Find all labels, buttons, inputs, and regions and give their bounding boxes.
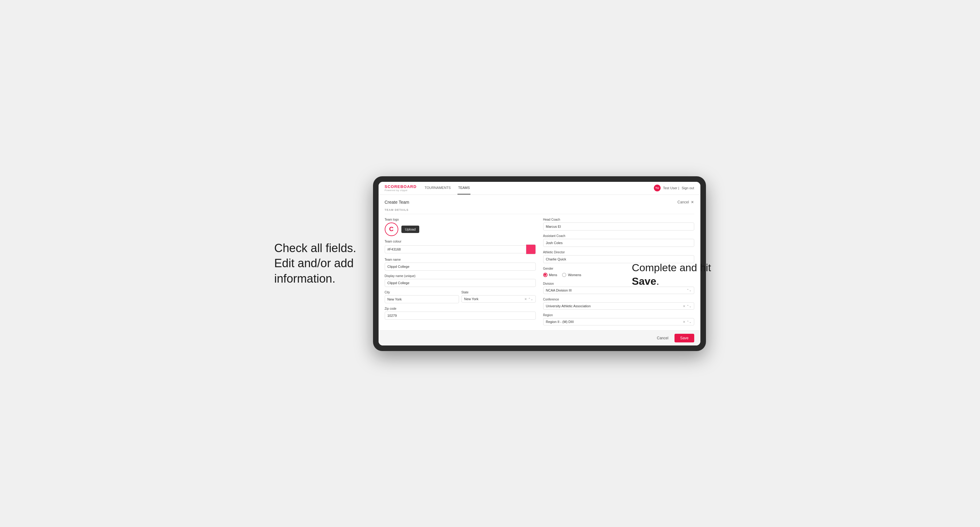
gender-mens-option[interactable]: Mens <box>543 273 557 277</box>
user-name: Test User | <box>663 186 679 190</box>
state-field: State New York ✕ ⌃⌄ <box>461 290 536 303</box>
color-input[interactable] <box>385 245 526 253</box>
gender-womens-option[interactable]: Womens <box>562 273 581 277</box>
gender-womens-label: Womens <box>568 273 581 277</box>
nav-links: TOURNAMENTS TEAMS <box>424 182 654 195</box>
nav-user: TU Test User | Sign out <box>654 185 694 191</box>
team-name-input[interactable] <box>385 263 536 271</box>
display-name-input[interactable] <box>385 279 536 287</box>
upload-button[interactable]: Upload <box>401 225 420 233</box>
state-label: State <box>461 290 536 294</box>
cancel-button[interactable]: Cancel <box>654 334 671 342</box>
conference-label: Conference <box>543 298 694 301</box>
team-colour-field: Team colour <box>385 240 536 254</box>
display-name-label: Display name (unique) <box>385 274 536 278</box>
conference-field: Conference University Athletic Associati… <box>543 298 694 310</box>
nav-link-tournaments[interactable]: TOURNAMENTS <box>424 182 451 195</box>
form-left-col: Team logo C Upload Team colour <box>385 218 536 325</box>
cancel-x-button[interactable]: Cancel ✕ <box>677 200 694 204</box>
team-name-label: Team name <box>385 258 536 261</box>
form-footer: Cancel Save <box>379 330 700 346</box>
assistant-coach-input[interactable] <box>543 239 694 247</box>
head-coach-field: Head Coach <box>543 218 694 230</box>
gender-mens-label: Mens <box>549 273 557 277</box>
conference-value: University Athletic Association <box>546 304 591 308</box>
city-input[interactable] <box>385 295 459 303</box>
city-field: City <box>385 290 459 303</box>
region-label: Region <box>543 313 694 317</box>
region-value: Region II - (M) DIII <box>546 320 574 324</box>
zipcode-label: Zip code <box>385 307 536 310</box>
state-select[interactable]: New York ✕ ⌃⌄ <box>461 295 536 303</box>
zipcode-field: Zip code <box>385 307 536 320</box>
instruction-right: Complete and hit Save. <box>632 261 712 288</box>
display-name-field: Display name (unique) <box>385 274 536 287</box>
logo-area: SCOREBOARD Powered by clippd <box>385 184 417 192</box>
region-arrows-icon[interactable]: ⌃⌄ <box>687 320 692 324</box>
head-coach-input[interactable] <box>543 222 694 230</box>
team-name-field: Team name <box>385 258 536 271</box>
form-title-row: Create Team Cancel ✕ <box>385 200 694 205</box>
user-avatar: TU <box>654 185 661 191</box>
nav-link-teams[interactable]: TEAMS <box>458 182 471 195</box>
logo-circle: C <box>385 222 398 236</box>
color-swatch[interactable] <box>526 244 536 254</box>
conference-select[interactable]: University Athletic Association ✕ ⌃⌄ <box>543 302 694 310</box>
logo-text: SCOREBOARD <box>385 184 417 189</box>
team-logo-label: Team logo <box>385 218 536 221</box>
conference-arrows-icon[interactable]: ⌃⌄ <box>687 305 692 308</box>
save-button[interactable]: Save <box>675 334 694 342</box>
page-wrapper: Check all fields. Edit and/or add inform… <box>274 176 706 351</box>
state-value: New York <box>464 297 479 301</box>
division-arrows-icon[interactable]: ⌃⌄ <box>687 289 692 292</box>
color-row <box>385 244 536 254</box>
region-field: Region Region II - (M) DIII ✕ ⌃⌄ <box>543 313 694 325</box>
city-label: City <box>385 290 459 294</box>
region-clear-icon[interactable]: ✕ <box>683 320 685 324</box>
gender-womens-radio[interactable] <box>562 273 566 277</box>
state-arrows-icon[interactable]: ⌃⌄ <box>528 297 533 301</box>
assistant-coach-field: Assistant Coach <box>543 234 694 247</box>
zipcode-input[interactable] <box>385 311 536 320</box>
state-clear-icon[interactable]: ✕ <box>524 297 527 301</box>
logo-upload-area: C Upload <box>385 222 536 236</box>
gender-mens-radio[interactable] <box>543 273 547 277</box>
nav-bar: SCOREBOARD Powered by clippd TOURNAMENTS… <box>379 182 700 195</box>
team-logo-field: Team logo C Upload <box>385 218 536 236</box>
team-colour-label: Team colour <box>385 240 536 243</box>
form-title: Create Team <box>385 200 409 205</box>
athletic-director-label: Athletic Director <box>543 251 694 254</box>
conference-clear-icon[interactable]: ✕ <box>683 305 685 308</box>
region-select[interactable]: Region II - (M) DIII ✕ ⌃⌄ <box>543 318 694 325</box>
sign-out-link[interactable]: Sign out <box>682 186 694 190</box>
assistant-coach-label: Assistant Coach <box>543 234 694 238</box>
logo-sub: Powered by clippd <box>385 189 417 192</box>
head-coach-label: Head Coach <box>543 218 694 221</box>
division-value: NCAA Division III <box>546 289 572 292</box>
section-label: TEAM DETAILS <box>385 208 694 214</box>
city-state-row: City State New York ✕ ⌃⌄ <box>385 290 536 303</box>
instruction-left: Check all fields. Edit and/or add inform… <box>274 241 361 286</box>
